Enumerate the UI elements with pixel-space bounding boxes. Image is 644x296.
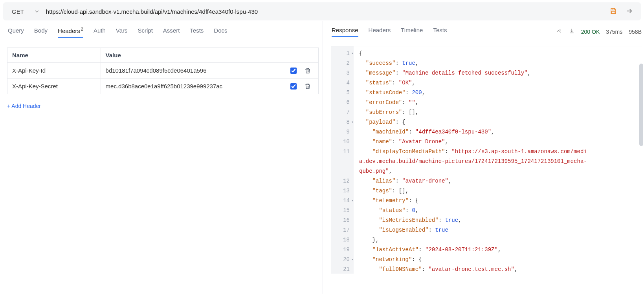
tab-script[interactable]: Script — [138, 27, 152, 37]
save-icon[interactable] — [609, 7, 617, 16]
download-icon[interactable] — [569, 28, 575, 35]
tab-timeline[interactable]: Timeline — [401, 27, 423, 37]
header-enabled-checkbox[interactable] — [290, 68, 297, 74]
headers-col-value: Value — [101, 48, 283, 63]
tab-headers-count: 2 — [81, 27, 83, 31]
response-time: 375ms — [606, 29, 622, 35]
response-body-code: { "success": true, "message": "Machine d… — [354, 46, 642, 274]
trash-icon[interactable] — [304, 83, 311, 90]
response-body-editor[interactable]: 1234567891011 12131415161718192021 { "su… — [331, 46, 642, 274]
request-tabs: Query Body Headers2 Auth Vars Script Ass… — [7, 25, 319, 37]
tab-docs[interactable]: Docs — [214, 27, 227, 37]
tab-response-headers[interactable]: Headers — [369, 27, 391, 37]
response-status: 200 OK — [581, 29, 600, 35]
request-pane: Query Body Headers2 Auth Vars Script Ass… — [0, 21, 323, 294]
table-row: X-Api-Key-Id bd10181f7a094cd089f5cde0640… — [7, 63, 319, 79]
response-meta: 200 OK 375ms 958B — [556, 28, 642, 35]
tab-vars[interactable]: Vars — [116, 27, 128, 37]
tab-auth[interactable]: Auth — [94, 27, 106, 37]
tab-response[interactable]: Response — [332, 27, 358, 37]
svg-rect-0 — [612, 8, 615, 10]
http-method-label: GET — [12, 8, 24, 15]
header-name-cell[interactable]: X-Api-Key-Id — [7, 63, 101, 79]
svg-rect-1 — [612, 11, 615, 13]
add-header-button[interactable]: + Add Header — [7, 103, 41, 109]
tab-headers-label: Headers — [58, 27, 80, 34]
http-method-select[interactable]: GET — [10, 8, 40, 15]
header-value-cell[interactable]: bd10181f7a094cd089f5cde06401a596 — [101, 63, 283, 79]
line-number-gutter: 1234567891011 12131415161718192021 — [331, 46, 354, 274]
headers-col-name: Name — [7, 48, 101, 63]
tab-assert[interactable]: Assert — [163, 27, 180, 37]
response-tabs: Response Headers Timeline Tests 200 OK 3… — [331, 25, 642, 37]
tab-body[interactable]: Body — [34, 27, 48, 37]
tab-query[interactable]: Query — [8, 27, 24, 37]
header-value-cell[interactable]: mec.d36b8ace0e1a9ff625b01239e999237ac — [101, 79, 283, 94]
header-enabled-checkbox[interactable] — [290, 83, 297, 90]
chevron-down-icon — [35, 10, 39, 13]
trash-icon[interactable] — [304, 67, 311, 74]
send-arrow-icon[interactable] — [625, 7, 634, 16]
tab-response-tests[interactable]: Tests — [433, 27, 447, 37]
headers-table: Name Value X-Api-Key-Id bd10181f7a094cd0… — [7, 48, 319, 94]
response-size: 958B — [629, 29, 642, 35]
scrollbar-vertical[interactable] — [638, 64, 643, 291]
request-url-bar: GET https://cloud-api.sandbox-v1.mecha.b… — [3, 2, 641, 20]
header-name-cell[interactable]: X-Api-Key-Secret — [7, 79, 101, 94]
tab-headers[interactable]: Headers2 — [58, 27, 83, 37]
request-url-input[interactable]: https://cloud-api.sandbox-v1.mecha.build… — [46, 8, 604, 15]
response-pane: Response Headers Timeline Tests 200 OK 3… — [323, 21, 644, 294]
scrollbar-thumb[interactable] — [639, 64, 643, 146]
url-bar-actions — [609, 7, 634, 16]
tab-tests[interactable]: Tests — [190, 27, 204, 37]
table-row: X-Api-Key-Secret mec.d36b8ace0e1a9ff625b… — [7, 79, 319, 94]
clear-response-icon[interactable] — [556, 28, 562, 35]
headers-col-actions — [283, 48, 319, 63]
